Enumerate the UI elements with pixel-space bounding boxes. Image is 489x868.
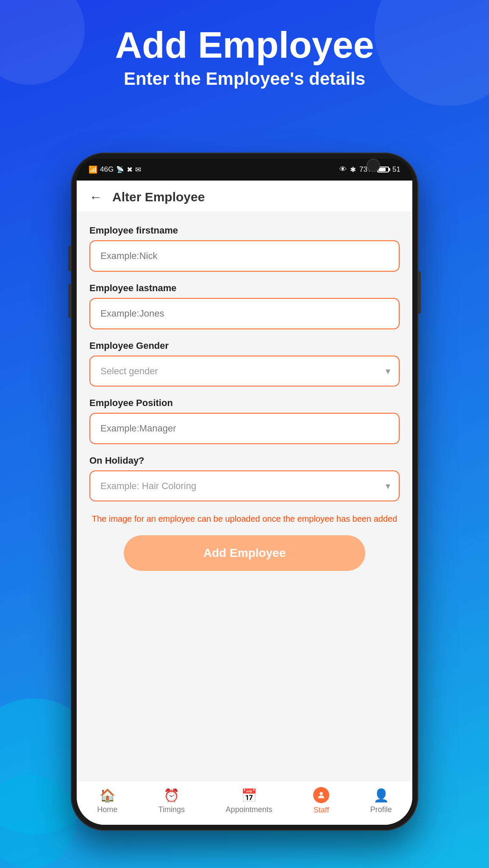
message-icon: ✉: [135, 165, 141, 174]
holiday-select-wrapper: Example: Hair Coloring Yes No: [89, 470, 400, 501]
header-area: Add Employee Enter the Employee's detail…: [0, 25, 489, 89]
lastname-group: Employee lastname: [89, 283, 400, 329]
appointments-icon: 📅: [241, 788, 257, 803]
back-button[interactable]: ←: [89, 190, 102, 204]
page-subtitle: Enter the Employee's details: [0, 69, 489, 89]
app-bar: ← Alter Employee: [77, 181, 412, 212]
time-display: 51: [392, 165, 400, 174]
nav-item-appointments[interactable]: 📅 Appointments: [226, 788, 272, 814]
phone-mockup: 📶 46G 📡 ✖ ✉ 👁 ✱ 73% 51 ← Alter Emplo: [71, 153, 418, 831]
eye-icon: 👁: [339, 165, 347, 174]
power-button: [417, 271, 421, 314]
info-text: The image for an employee can be uploade…: [89, 512, 400, 525]
phone-screen: ← Alter Employee Employee firstname Empl…: [77, 181, 412, 825]
holiday-group: On Holiday? Example: Hair Coloring Yes N…: [89, 455, 400, 501]
holiday-select[interactable]: Example: Hair Coloring Yes No: [89, 470, 400, 501]
screen-content: Employee firstname Employee lastname Emp…: [77, 212, 412, 781]
nav-label-home: Home: [97, 805, 117, 814]
holiday-label: On Holiday?: [89, 455, 400, 466]
nav-item-staff[interactable]: Staff: [313, 787, 329, 815]
staff-svg-icon: [317, 790, 326, 800]
firstname-group: Employee firstname: [89, 225, 400, 272]
position-label: Employee Position: [89, 398, 400, 409]
bluetooth-icon: ✱: [350, 165, 356, 174]
nav-label-timings: Timings: [158, 805, 185, 814]
nav-item-home[interactable]: 🏠 Home: [97, 788, 117, 814]
page-title: Add Employee: [0, 25, 489, 64]
firstname-input[interactable]: [89, 240, 400, 272]
profile-icon: 👤: [373, 788, 389, 803]
wifi-icon: 📡: [116, 166, 124, 173]
volume-down-button: [68, 284, 72, 318]
status-left: 📶 46G 📡 ✖ ✉: [89, 165, 141, 174]
firstname-label: Employee firstname: [89, 225, 400, 236]
nav-label-staff: Staff: [314, 806, 329, 815]
position-group: Employee Position: [89, 398, 400, 444]
nav-label-profile: Profile: [370, 805, 392, 814]
alarm-icon: ✖: [127, 165, 133, 174]
lastname-input[interactable]: [89, 298, 400, 329]
front-camera: [367, 159, 380, 172]
lastname-label: Employee lastname: [89, 283, 400, 294]
gender-group: Employee Gender Select gender Male Femal…: [89, 340, 400, 387]
position-input[interactable]: [89, 413, 400, 444]
nav-item-timings[interactable]: ⏰ Timings: [158, 788, 185, 814]
gender-label: Employee Gender: [89, 340, 400, 351]
phone-outer: 📶 46G 📡 ✖ ✉ 👁 ✱ 73% 51 ← Alter Emplo: [71, 153, 418, 831]
nav-item-profile[interactable]: 👤 Profile: [370, 788, 392, 814]
svg-point-0: [320, 792, 323, 795]
signal-icon: 📶: [89, 165, 97, 174]
bottom-nav: 🏠 Home ⏰ Timings 📅 Appointments: [77, 781, 412, 825]
volume-up-button: [68, 246, 72, 271]
staff-icon: [313, 787, 329, 803]
gender-select[interactable]: Select gender Male Female Other: [89, 356, 400, 387]
home-icon: 🏠: [100, 788, 115, 803]
phone-notch: [211, 159, 278, 170]
timings-icon: ⏰: [164, 788, 179, 803]
nav-label-appointments: Appointments: [226, 805, 272, 814]
app-bar-title: Alter Employee: [112, 190, 205, 204]
signal-label: 46G: [100, 165, 114, 174]
add-employee-button[interactable]: Add Employee: [124, 535, 366, 571]
gender-select-wrapper: Select gender Male Female Other: [89, 356, 400, 387]
battery-fill: [378, 168, 386, 171]
